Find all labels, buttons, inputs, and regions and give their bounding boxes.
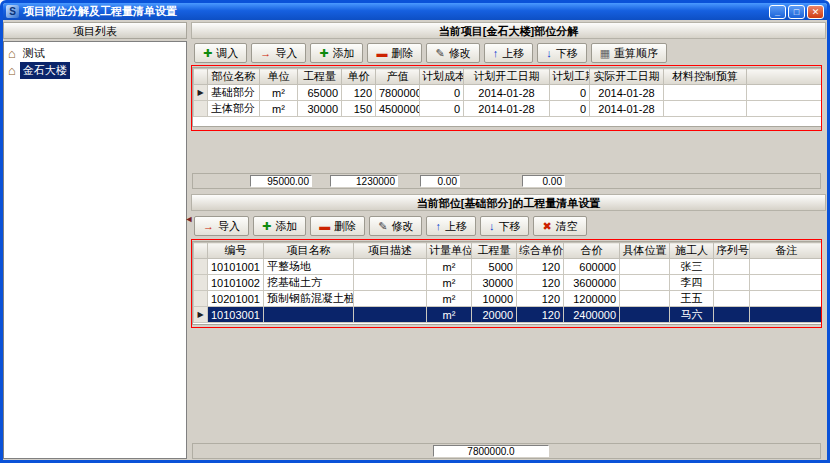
cell-remark[interactable] (750, 291, 823, 307)
column-header[interactable]: 单位 (260, 69, 298, 85)
cell-remark[interactable] (750, 307, 823, 323)
cell-total-price[interactable]: 2400000 (564, 307, 620, 323)
cell-item-desc[interactable] (354, 259, 427, 275)
move-down-button[interactable]: ↓ 下移 (537, 43, 587, 63)
cell-quantity[interactable]: 65000 (298, 85, 342, 101)
cell-planned-start-date[interactable]: 2014-01-28 (464, 101, 550, 117)
column-header[interactable]: 工程量 (472, 243, 517, 259)
cell-output-value[interactable]: 4500000 (376, 101, 420, 117)
cell-planned-cost[interactable]: 0 (420, 85, 464, 101)
cell-planned-start-date[interactable]: 2014-01-28 (464, 85, 550, 101)
cell-planned-cost[interactable]: 0 (420, 101, 464, 117)
edit-button[interactable]: ✎ 修改 (369, 216, 422, 236)
column-header[interactable]: 合价 (564, 243, 620, 259)
add-button[interactable]: ✚ 添加 (253, 216, 306, 236)
maximize-button[interactable]: □ (788, 5, 805, 19)
cell-quantity[interactable]: 30000 (298, 101, 342, 117)
cell-total-price[interactable]: 3600000 (564, 275, 620, 291)
cell-unit-price[interactable]: 120 (517, 259, 564, 275)
cell-code[interactable]: 10101002 (208, 275, 264, 291)
table-row[interactable]: 10201001 预制钢筋混凝土桩 m² 10000 120 1200000 王… (194, 291, 823, 307)
cell-total-price[interactable]: 600000 (564, 259, 620, 275)
import-button[interactable]: → 导入 (251, 43, 306, 63)
cell-location[interactable] (620, 307, 670, 323)
column-header[interactable]: 编号 (208, 243, 264, 259)
cell-part-name[interactable]: 基础部分 (208, 85, 260, 101)
cell-quantity[interactable]: 10000 (472, 291, 517, 307)
move-up-button[interactable]: ↑ 上移 (426, 216, 476, 236)
clear-button[interactable]: ✖ 清空 (533, 216, 586, 236)
recalc-order-button[interactable]: ▦ 重算顺序 (591, 43, 667, 63)
project-item-jinshi-tower[interactable]: ⌂ 金石大楼 (4, 62, 186, 79)
row-selector-cell[interactable]: ▶ (194, 307, 208, 323)
cell-serial[interactable] (714, 291, 750, 307)
column-header[interactable]: 材料控制预算 (664, 69, 747, 85)
cell-unit-price[interactable]: 150 (342, 101, 376, 117)
close-button[interactable]: ✕ (807, 5, 824, 19)
column-header[interactable]: 项目描述 (354, 243, 427, 259)
cell-unit[interactable]: m² (427, 307, 472, 323)
cell-quantity[interactable]: 5000 (472, 259, 517, 275)
cell-remark[interactable] (750, 275, 823, 291)
column-header[interactable]: 具体位置 (620, 243, 670, 259)
move-up-button[interactable]: ↑ 上移 (484, 43, 534, 63)
cell-item-name[interactable] (264, 307, 354, 323)
delete-button[interactable]: ▬ 删除 (367, 43, 422, 63)
table-row[interactable]: ▶ 基础部分 m² 65000 120 7800000 0 2014-01-28… (194, 85, 823, 101)
import-button[interactable]: → 导入 (194, 216, 249, 236)
cell-item-name[interactable]: 预制钢筋混凝土桩 (264, 291, 354, 307)
column-header[interactable]: 工程量 (298, 69, 342, 85)
move-down-button[interactable]: ↓ 下移 (480, 216, 530, 236)
cell-worker[interactable]: 马六 (670, 307, 714, 323)
column-header[interactable]: 项目名称 (264, 243, 354, 259)
project-item-test[interactable]: ⌂ 测试 (4, 45, 186, 62)
cell-actual-start-date[interactable]: 2014-01-28 (590, 85, 664, 101)
cell-unit-price[interactable]: 120 (342, 85, 376, 101)
delete-button[interactable]: ▬ 删除 (310, 216, 365, 236)
row-selector-cell[interactable] (194, 275, 208, 291)
cell-code[interactable]: 10101001 (208, 259, 264, 275)
cell-location[interactable] (620, 291, 670, 307)
cell-unit[interactable]: m² (260, 85, 298, 101)
row-selector-cell[interactable]: ▶ (194, 85, 208, 101)
table-row[interactable]: 10101002 挖基础土方 m² 30000 120 3600000 李四 (194, 275, 823, 291)
cell-quantity[interactable]: 20000 (472, 307, 517, 323)
column-header[interactable]: 计量单位 (427, 243, 472, 259)
table-row[interactable]: 主体部分 m² 30000 150 4500000 0 2014-01-28 0… (194, 101, 823, 117)
cell-part-name[interactable]: 主体部分 (208, 101, 260, 117)
cell-material-budget[interactable] (664, 101, 747, 117)
cell-worker[interactable]: 张三 (670, 259, 714, 275)
cell-item-desc[interactable] (354, 291, 427, 307)
table-row[interactable]: 10101001 平整场地 m² 5000 120 600000 张三 (194, 259, 823, 275)
minimize-button[interactable]: _ (769, 5, 786, 19)
cell-location[interactable] (620, 275, 670, 291)
cell-item-desc[interactable] (354, 307, 427, 323)
cell-material-budget[interactable] (664, 85, 747, 101)
row-selector-cell[interactable] (194, 259, 208, 275)
cell-unit[interactable]: m² (427, 275, 472, 291)
column-header[interactable]: 计划开工日期 (464, 69, 550, 85)
table-row-selected[interactable]: ▶ 10103001 m² 20000 120 2400000 马六 (194, 307, 823, 323)
cell-unit-price[interactable]: 120 (517, 275, 564, 291)
column-header[interactable]: 计划工期 (550, 69, 590, 85)
column-header[interactable]: 施工人 (670, 243, 714, 259)
cell-serial[interactable] (714, 307, 750, 323)
cell-unit-price[interactable]: 120 (517, 307, 564, 323)
column-header[interactable]: 综合单价 (517, 243, 564, 259)
cell-unit[interactable]: m² (260, 101, 298, 117)
cell-item-name[interactable]: 平整场地 (264, 259, 354, 275)
add-button[interactable]: ✚ 添加 (310, 43, 363, 63)
column-header[interactable]: 序列号 (714, 243, 750, 259)
column-header[interactable]: 部位名称 (208, 69, 260, 85)
load-button[interactable]: ✚ 调入 (194, 43, 247, 63)
row-selector-cell[interactable] (194, 291, 208, 307)
cell-worker[interactable]: 李四 (670, 275, 714, 291)
edit-button[interactable]: ✎ 修改 (426, 43, 479, 63)
cell-unit[interactable]: m² (427, 291, 472, 307)
column-header[interactable]: 实际开工日期 (590, 69, 664, 85)
column-header[interactable]: 单价 (342, 69, 376, 85)
cell-code[interactable]: 10103001 (208, 307, 264, 323)
cell-code[interactable]: 10201001 (208, 291, 264, 307)
cell-item-name[interactable]: 挖基础土方 (264, 275, 354, 291)
cell-planned-duration[interactable]: 0 (550, 101, 590, 117)
